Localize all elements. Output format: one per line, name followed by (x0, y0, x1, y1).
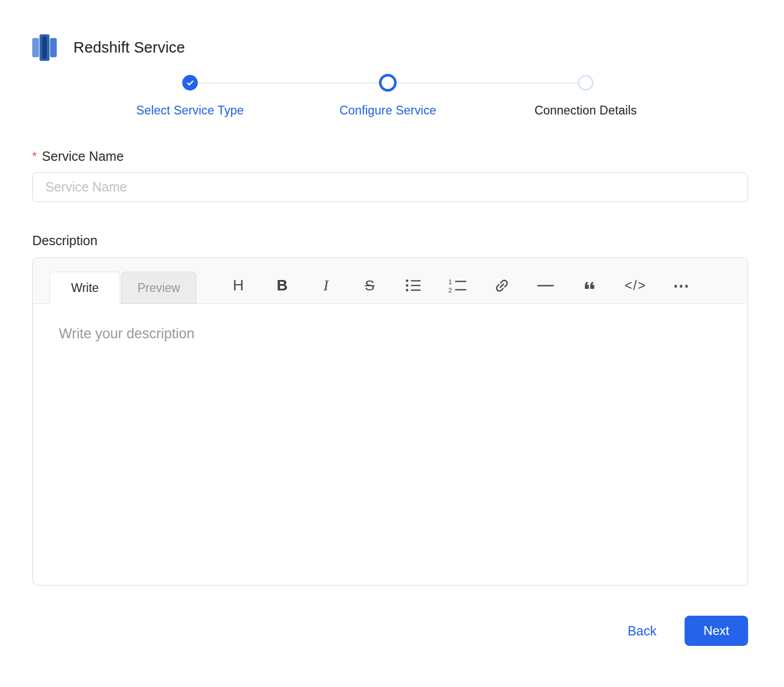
footer-actions: Back Next (32, 616, 748, 646)
step-select-service-type: Select Service Type (91, 73, 289, 118)
horizontal-rule-icon[interactable] (537, 275, 554, 297)
required-asterisk: * (32, 149, 37, 162)
step-active-dot (379, 74, 397, 92)
unordered-list-icon[interactable] (404, 275, 422, 297)
editor-toolbar: H B I S 1 (230, 275, 748, 297)
stepper: Select Service Type Configure Service Co… (91, 73, 685, 118)
ordered-list-icon[interactable]: 1 2 (448, 275, 467, 297)
step-label: Configure Service (339, 104, 436, 118)
description-textarea[interactable] (33, 304, 748, 585)
service-name-input[interactable] (32, 172, 748, 202)
step-completed-check-icon (182, 75, 198, 91)
description-label: Description (32, 233, 748, 248)
code-icon[interactable]: </> (625, 275, 647, 297)
more-icon[interactable]: ⋯ (673, 275, 690, 297)
redshift-logo-icon (32, 34, 57, 61)
service-name-label-text: Service Name (42, 149, 124, 163)
description-editor: Write Preview H B I S (32, 258, 748, 586)
tab-preview[interactable]: Preview (121, 272, 196, 304)
tab-write[interactable]: Write (49, 272, 120, 304)
link-icon[interactable] (493, 275, 511, 297)
editor-tabs: Write Preview (49, 258, 196, 303)
step-label: Select Service Type (136, 104, 244, 118)
back-button[interactable]: Back (625, 624, 659, 639)
configure-service-page: Redshift Service Select Service Type (0, 0, 784, 687)
step-connection-details: Connection Details (487, 73, 685, 118)
bold-icon[interactable]: B (273, 275, 291, 297)
svg-text:2: 2 (448, 286, 452, 293)
editor-header: Write Preview H B I S (33, 258, 748, 304)
step-label: Connection Details (535, 104, 637, 118)
heading-icon[interactable]: H (230, 275, 247, 297)
page-title: Redshift Service (73, 39, 185, 56)
quote-icon[interactable] (581, 275, 599, 297)
editor-body (33, 304, 748, 585)
strikethrough-icon[interactable]: S (361, 275, 378, 297)
svg-text:1: 1 (448, 278, 452, 286)
next-button[interactable]: Next (685, 616, 748, 646)
step-pending-dot (578, 75, 593, 91)
service-name-label: *Service Name (32, 149, 748, 164)
page-header: Redshift Service (32, 34, 748, 61)
step-configure-service: Configure Service (289, 73, 487, 118)
italic-icon[interactable]: I (317, 275, 335, 297)
